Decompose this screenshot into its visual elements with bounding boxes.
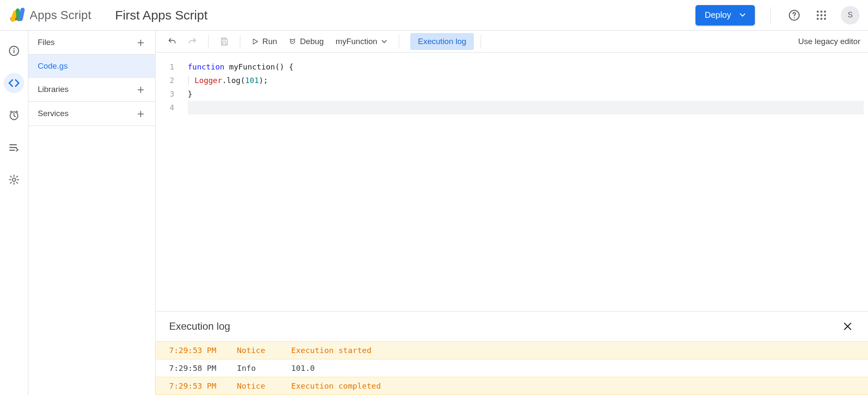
log-level: Info — [237, 364, 291, 373]
add-service-button[interactable]: ＋ — [133, 106, 148, 121]
executions-icon — [8, 142, 19, 153]
info-icon — [8, 45, 19, 56]
apps-script-logo-icon — [8, 7, 25, 24]
run-button[interactable]: Run — [247, 33, 281, 50]
undo-icon — [167, 37, 177, 46]
svg-point-9 — [817, 14, 819, 16]
log-row: 7:29:53 PMNoticeExecution completed — [156, 377, 868, 395]
log-message: 101.0 — [291, 364, 868, 373]
redo-button[interactable] — [184, 33, 201, 50]
close-icon — [843, 322, 852, 331]
divider — [208, 35, 209, 48]
file-item-code[interactable]: Code.gs — [28, 55, 155, 78]
apps-grid-icon — [817, 11, 826, 20]
libraries-section-header: Libraries ＋ — [28, 78, 155, 102]
svg-point-17 — [13, 48, 14, 49]
log-row: 7:29:58 PMInfo101.0 — [156, 359, 868, 377]
line-number: 4 — [156, 101, 174, 114]
use-legacy-editor-link[interactable]: Use legacy editor — [798, 37, 860, 46]
account-avatar[interactable]: S — [841, 6, 860, 25]
code-area[interactable]: function myFunction() {Logger.log(101);} — [179, 60, 868, 311]
help-icon — [788, 9, 800, 21]
legacy-label: Use legacy editor — [798, 37, 860, 46]
chevron-down-icon — [381, 40, 387, 43]
svg-rect-20 — [223, 38, 225, 40]
add-file-button[interactable]: ＋ — [133, 35, 148, 50]
rail-editor[interactable] — [4, 73, 24, 93]
divider — [240, 35, 240, 48]
log-title: Execution log — [169, 320, 230, 332]
services-section-header: Services ＋ — [28, 102, 155, 126]
main-area: Run Debug myFunction Execution log — [156, 31, 868, 395]
debug-label: Debug — [300, 37, 324, 46]
rail-executions[interactable] — [4, 137, 24, 158]
svg-point-8 — [824, 11, 826, 13]
svg-point-10 — [821, 14, 823, 16]
debug-button[interactable]: Debug — [284, 33, 328, 50]
gear-icon — [8, 174, 19, 185]
code-icon — [8, 77, 20, 89]
add-library-button[interactable]: ＋ — [133, 82, 148, 97]
code-line[interactable]: Logger.log(101); — [188, 74, 868, 87]
chevron-down-icon — [740, 13, 746, 17]
debug-icon — [288, 37, 297, 46]
rail-settings[interactable] — [4, 170, 24, 190]
execution-log-label: Execution log — [418, 37, 466, 46]
deploy-label: Deploy — [705, 10, 731, 20]
save-icon — [220, 37, 229, 46]
execution-log-button[interactable]: Execution log — [410, 33, 474, 50]
divider — [770, 7, 771, 24]
code-editor[interactable]: 1234 function myFunction() {Logger.log(1… — [156, 53, 868, 311]
code-line[interactable] — [188, 101, 864, 114]
code-line[interactable]: } — [188, 87, 868, 101]
rail-overview[interactable] — [4, 41, 24, 61]
editor-toolbar: Run Debug myFunction Execution log — [156, 31, 868, 53]
files-sidebar: Files ＋ Code.gs Libraries ＋ Services ＋ — [28, 31, 156, 395]
services-label: Services — [38, 109, 69, 118]
svg-point-13 — [821, 18, 823, 20]
log-row: 7:29:53 PMNoticeExecution started — [156, 341, 868, 359]
line-number: 1 — [156, 60, 174, 74]
redo-icon — [188, 37, 197, 46]
help-button[interactable] — [784, 5, 804, 25]
app-header: Apps Script First Apps Script Deploy S — [0, 0, 868, 31]
undo-button[interactable] — [163, 33, 181, 50]
plus-icon: ＋ — [135, 34, 147, 50]
line-number: 2 — [156, 74, 174, 87]
log-time: 7:29:53 PM — [169, 381, 237, 390]
svg-point-19 — [12, 178, 16, 181]
rail-triggers[interactable] — [4, 105, 24, 125]
plus-icon: ＋ — [135, 106, 147, 122]
apps-button[interactable] — [811, 5, 832, 25]
function-select[interactable]: myFunction — [331, 33, 392, 50]
line-gutter: 1234 — [156, 60, 179, 311]
svg-point-7 — [821, 11, 823, 13]
files-label: Files — [38, 38, 55, 47]
log-level: Notice — [237, 381, 291, 390]
plus-icon: ＋ — [135, 81, 147, 97]
code-line[interactable]: function myFunction() { — [188, 60, 868, 74]
log-time: 7:29:53 PM — [169, 346, 237, 355]
line-number: 3 — [156, 87, 174, 101]
svg-rect-16 — [13, 50, 14, 53]
run-label: Run — [262, 37, 277, 46]
save-button[interactable] — [215, 33, 233, 50]
deploy-button[interactable]: Deploy — [696, 5, 755, 25]
libraries-label: Libraries — [38, 85, 69, 94]
log-level: Notice — [237, 346, 291, 355]
product-name: Apps Script — [30, 8, 91, 22]
log-header: Execution log — [156, 312, 868, 341]
log-message: Execution started — [291, 346, 868, 355]
close-log-button[interactable] — [839, 318, 856, 335]
log-time: 7:29:58 PM — [169, 364, 237, 373]
log-message: Execution completed — [291, 381, 868, 390]
avatar-initial: S — [848, 11, 853, 19]
project-title[interactable]: First Apps Script — [115, 8, 207, 22]
svg-point-14 — [824, 18, 826, 20]
product-logo-area[interactable]: Apps Script — [8, 7, 91, 24]
svg-point-6 — [817, 11, 819, 13]
log-rows: 7:29:53 PMNoticeExecution started7:29:58… — [156, 341, 868, 395]
divider — [399, 35, 399, 48]
clock-icon — [8, 110, 19, 121]
function-name: myFunction — [336, 37, 377, 46]
